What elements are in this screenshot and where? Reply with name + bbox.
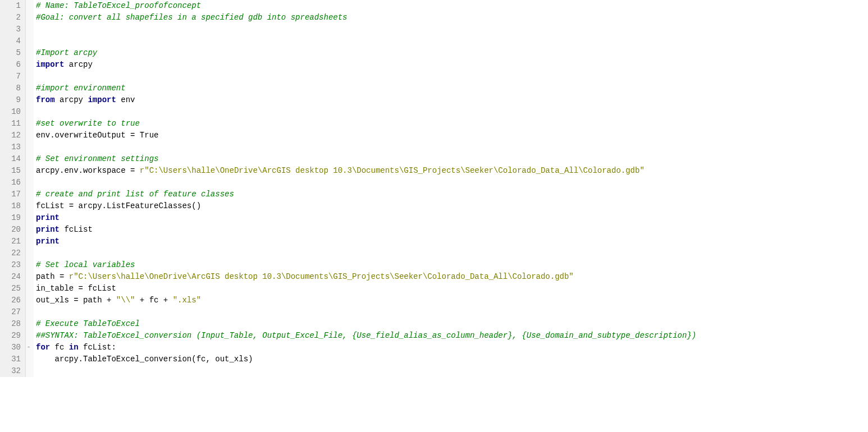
line-number: 26: [7, 295, 21, 306]
line-number: 6: [7, 59, 21, 71]
code-line[interactable]: print fcList: [36, 224, 868, 236]
code-line[interactable]: print: [36, 236, 868, 247]
line-number: 1: [7, 0, 21, 12]
code-line[interactable]: [36, 71, 868, 82]
line-number: 30: [7, 342, 21, 353]
code-line[interactable]: [36, 141, 868, 153]
line-number: 14: [7, 153, 21, 165]
line-number: 19: [7, 212, 21, 224]
line-number: 21: [7, 236, 21, 247]
line-number: 10: [7, 106, 21, 118]
line-number: 13: [7, 141, 21, 153]
fold-toggle-icon[interactable]: -: [26, 342, 31, 353]
line-number-gutter: 1234567891011121314151617181920212223242…: [0, 0, 26, 377]
line-number: 12: [7, 130, 21, 141]
line-number: 31: [7, 353, 21, 365]
code-line[interactable]: [36, 247, 868, 259]
line-number: 20: [7, 224, 21, 236]
code-line[interactable]: [36, 35, 868, 47]
line-number: 27: [7, 306, 21, 318]
line-number: 8: [7, 82, 21, 94]
line-number: 4: [7, 35, 21, 47]
code-line[interactable]: #Import arcpy: [36, 47, 868, 59]
line-number: 29: [7, 330, 21, 342]
code-line[interactable]: in_table = fcList: [36, 283, 868, 295]
code-line[interactable]: import arcpy: [36, 59, 868, 71]
code-line[interactable]: [36, 106, 868, 118]
code-editor[interactable]: # Name: TableToExcel_proofofconcept#Goal…: [34, 0, 868, 377]
code-line[interactable]: [36, 177, 868, 189]
line-number: 7: [7, 71, 21, 82]
code-line[interactable]: # Set environment settings: [36, 153, 868, 165]
code-line[interactable]: [36, 24, 868, 35]
line-number: 18: [7, 200, 21, 212]
code-line[interactable]: print: [36, 212, 868, 224]
code-line[interactable]: fcList = arcpy.ListFeatureClasses(): [36, 200, 868, 212]
code-line[interactable]: # create and print list of feature class…: [36, 189, 868, 200]
line-number: 2: [7, 12, 21, 24]
code-line[interactable]: [36, 306, 868, 318]
code-line[interactable]: # Name: TableToExcel_proofofconcept: [36, 0, 868, 12]
line-number: 24: [7, 271, 21, 283]
code-line[interactable]: out_xls = path + "\\" + fc + ".xls": [36, 295, 868, 306]
code-line[interactable]: from arcpy import env: [36, 94, 868, 106]
line-number: 28: [7, 318, 21, 330]
code-line[interactable]: ##SYNTAX: TableToExcel_conversion (Input…: [36, 330, 868, 342]
code-line[interactable]: #Goal: convert all shapefiles in a speci…: [36, 12, 868, 24]
line-number: 3: [7, 24, 21, 35]
line-number: 32: [7, 365, 21, 377]
line-number: 17: [7, 189, 21, 200]
line-number: 23: [7, 259, 21, 271]
code-line[interactable]: [36, 365, 868, 377]
line-number: 15: [7, 165, 21, 177]
code-line[interactable]: arcpy.env.workspace = r"C:\Users\halle\O…: [36, 165, 868, 177]
line-number: 25: [7, 283, 21, 295]
code-line[interactable]: for fc in fcList:: [36, 342, 868, 353]
code-line[interactable]: #import environment: [36, 82, 868, 94]
code-line[interactable]: #set overwrite to true: [36, 118, 868, 130]
fold-gutter: -: [26, 0, 34, 377]
line-number: 22: [7, 247, 21, 259]
code-line[interactable]: arcpy.TableToExcel_conversion(fc, out_xl…: [36, 353, 868, 365]
code-line[interactable]: path = r"C:\Users\halle\OneDrive\ArcGIS …: [36, 271, 868, 283]
code-line[interactable]: # Execute TableToExcel: [36, 318, 868, 330]
line-number: 16: [7, 177, 21, 189]
line-number: 9: [7, 94, 21, 106]
line-number: 11: [7, 118, 21, 130]
code-line[interactable]: env.overwriteOutput = True: [36, 130, 868, 141]
code-line[interactable]: # Set local variables: [36, 259, 868, 271]
line-number: 5: [7, 47, 21, 59]
